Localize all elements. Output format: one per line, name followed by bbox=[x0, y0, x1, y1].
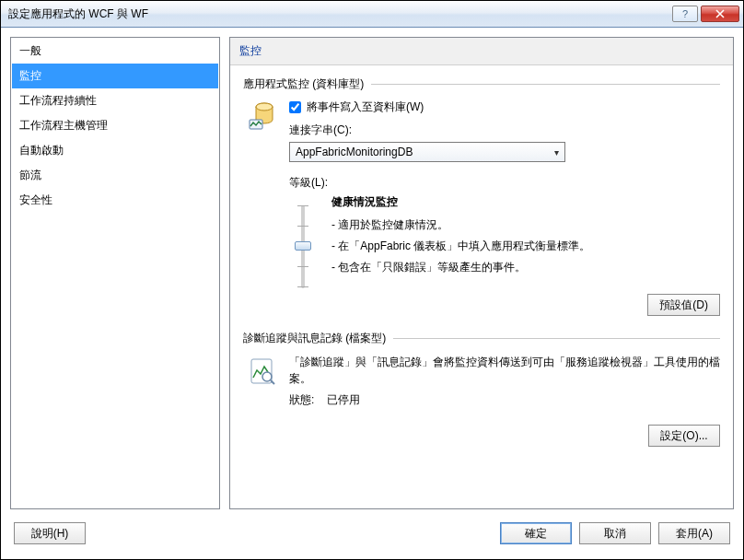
main-row: 一般 監控 工作流程持續性 工作流程主機管理 自動啟動 節流 安全性 監控 應用… bbox=[10, 37, 734, 509]
app-monitoring-legend: 應用程式監控 (資料庫型) bbox=[243, 76, 720, 92]
level-bullet: - 適用於監控健康情況。 bbox=[331, 217, 720, 233]
sidebar-item-throttling[interactable]: 節流 bbox=[12, 163, 218, 188]
dialog-button-bar: 說明(H) 確定 取消 套用(A) bbox=[10, 519, 734, 550]
apply-button[interactable]: 套用(A) bbox=[658, 522, 730, 544]
app-monitoring-group: 應用程式監控 (資料庫型) bbox=[243, 76, 720, 316]
diagnostics-settings-button[interactable]: 設定(O)... bbox=[648, 425, 720, 447]
settings-pane: 監控 應用程式監控 (資料庫型) bbox=[229, 37, 734, 509]
connection-string-value: AppFabricMonitoringDB bbox=[296, 146, 413, 158]
write-events-checkbox[interactable] bbox=[289, 101, 301, 113]
legend-line bbox=[393, 338, 720, 339]
level-bullet: - 在「AppFabric 儀表板」中填入應用程式衡量標準。 bbox=[331, 239, 720, 254]
level-title: 健康情況監控 bbox=[331, 194, 720, 210]
sidebar-item-workflow-persistence[interactable]: 工作流程持續性 bbox=[12, 88, 218, 113]
app-monitoring-legend-text: 應用程式監控 (資料庫型) bbox=[243, 76, 364, 92]
sidebar-item-autostart[interactable]: 自動啟動 bbox=[12, 138, 218, 163]
svg-line-5 bbox=[271, 380, 274, 384]
diagnostics-status-value: 已停用 bbox=[327, 392, 360, 408]
sidebar-item-security[interactable]: 安全性 bbox=[12, 188, 218, 213]
diagnostics-group: 診斷追蹤與訊息記錄 (檔案型) bbox=[243, 331, 720, 447]
sidebar-item-monitoring[interactable]: 監控 bbox=[12, 64, 218, 88]
titlebar-buttons: ? bbox=[672, 6, 739, 22]
level-bullet: - 包含在「只限錯誤」等級產生的事件。 bbox=[331, 260, 720, 275]
pane-title: 監控 bbox=[230, 38, 733, 65]
sidebar-item-workflow-host[interactable]: 工作流程主機管理 bbox=[12, 113, 218, 138]
pane-body: 應用程式監控 (資料庫型) bbox=[230, 65, 733, 508]
ok-button[interactable]: 確定 bbox=[500, 522, 572, 544]
level-description: 健康情況監控 - 適用於監控健康情況。 - 在「AppFabric 儀表板」中填… bbox=[331, 194, 720, 281]
connection-string-combo[interactable]: AppFabricMonitoringDB bbox=[289, 142, 565, 162]
category-sidebar[interactable]: 一般 監控 工作流程持續性 工作流程主機管理 自動啟動 節流 安全性 bbox=[10, 37, 220, 509]
help-button[interactable]: 說明(H) bbox=[14, 522, 86, 544]
legend-line bbox=[371, 84, 720, 85]
level-slider[interactable] bbox=[301, 205, 305, 288]
trace-file-icon bbox=[243, 354, 280, 447]
help-icon[interactable]: ? bbox=[672, 6, 698, 22]
database-icon bbox=[243, 99, 280, 316]
diagnostics-status-label: 狀態: bbox=[289, 392, 314, 408]
defaults-button[interactable]: 預設值(D) bbox=[647, 294, 720, 316]
diagnostics-legend-text: 診斷追蹤與訊息記錄 (檔案型) bbox=[243, 331, 386, 346]
connection-string-label: 連接字串(C): bbox=[289, 122, 720, 138]
diagnostics-legend: 診斷追蹤與訊息記錄 (檔案型) bbox=[243, 331, 720, 346]
diagnostics-description: 「診斷追蹤」與「訊息記錄」會將監控資料傳送到可由「服務追蹤檢視器」工具使用的檔案… bbox=[289, 354, 720, 387]
content-area: 一般 監控 工作流程持續性 工作流程主機管理 自動啟動 節流 安全性 監控 應用… bbox=[1, 28, 743, 559]
titlebar: 設定應用程式的 WCF 與 WF ? bbox=[1, 1, 743, 28]
sidebar-item-general[interactable]: 一般 bbox=[12, 39, 218, 64]
write-events-label: 將事件寫入至資料庫(W) bbox=[307, 99, 424, 115]
svg-point-1 bbox=[256, 103, 273, 111]
cancel-button[interactable]: 取消 bbox=[579, 522, 651, 544]
slider-thumb-icon[interactable] bbox=[295, 241, 311, 251]
close-icon[interactable] bbox=[701, 6, 739, 22]
dialog-window: 設定應用程式的 WCF 與 WF ? 一般 監控 工作流程持續性 工作流程主機管… bbox=[0, 0, 744, 560]
level-label: 等級(L): bbox=[289, 175, 720, 191]
window-title: 設定應用程式的 WCF 與 WF bbox=[8, 6, 672, 22]
